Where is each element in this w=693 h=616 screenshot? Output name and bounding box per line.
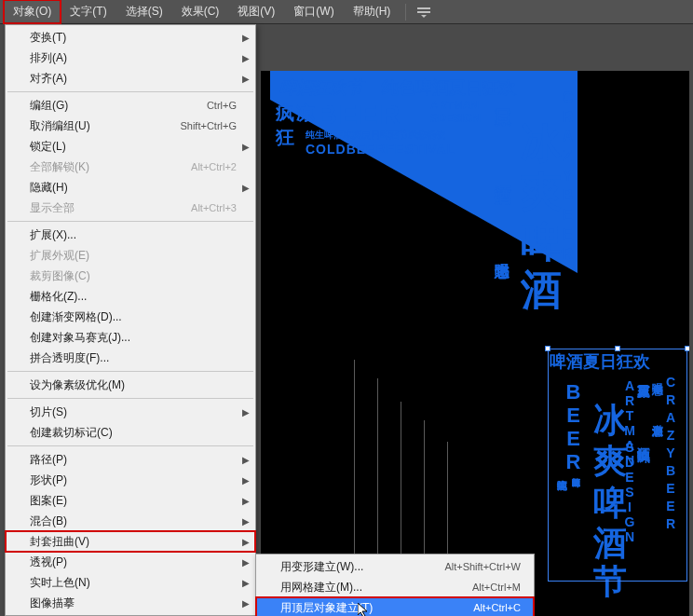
menu-type[interactable]: 文字(T) — [61, 0, 116, 23]
menu-separator — [7, 445, 253, 446]
menu-item-label: 实时上色(N) — [30, 575, 237, 591]
menu-item[interactable]: 图案(E)▶ — [6, 490, 255, 511]
menu-item-label: 设为像素级优化(M) — [30, 377, 237, 393]
menu-item-label: 混合(B) — [30, 513, 237, 529]
menu-shortcut: Alt+Shift+Ctrl+W — [444, 561, 521, 572]
menu-item-label: 透视(P) — [30, 554, 237, 570]
menu-item[interactable]: 栅格化(Z)... — [6, 286, 255, 307]
art-text: 纯生啤酒冰爽夏日啤酒节邀您畅饮 — [306, 129, 445, 142]
selection-box[interactable] — [548, 349, 687, 582]
menu-item: 扩展外观(E) — [6, 245, 255, 266]
menu-item-label: 对齐(A) — [30, 71, 237, 87]
menu-item: 裁剪图像(C) — [6, 266, 255, 286]
menu-item-label: 锁定(L) — [30, 139, 237, 155]
menu-item-label: 全部解锁(K) — [30, 159, 191, 175]
menu-item[interactable]: 扩展(X)... — [6, 225, 255, 245]
guide-line — [377, 378, 378, 583]
submenu-arrow-icon: ▶ — [242, 598, 250, 609]
menu-item: 显示全部Alt+Ctrl+3 — [6, 198, 255, 218]
menu-item-label: 隐藏(H) — [30, 180, 237, 196]
submenu-arrow-icon: ▶ — [242, 578, 250, 588]
menu-item[interactable]: 锁定(L)▶ — [6, 136, 255, 157]
submenu-arrow-icon: ▶ — [242, 455, 250, 465]
menu-separator — [7, 91, 253, 92]
svg-rect-1 — [417, 11, 430, 13]
menu-item-label: 扩展(X)... — [30, 227, 237, 243]
menu-item-label: 扩展外观(E) — [30, 248, 237, 264]
menu-item[interactable]: 设为像素级优化(M) — [6, 375, 255, 395]
menu-item[interactable]: 取消编组(U)Shift+Ctrl+G — [6, 116, 255, 136]
selection-handle[interactable] — [615, 346, 620, 351]
menu-item-label: 拼合透明度(F)... — [30, 350, 237, 366]
menu-item[interactable]: 透视(P)▶ — [6, 552, 255, 572]
submenu-item[interactable]: 用变形建立(W)...Alt+Shift+Ctrl+W — [256, 556, 534, 577]
submenu-arrow-icon: ▶ — [242, 475, 250, 486]
envelope-distort-submenu: 用变形建立(W)...Alt+Shift+Ctrl+W用网格建立(M)...Al… — [255, 554, 535, 616]
menu-help[interactable]: 帮助(H) — [344, 0, 401, 23]
art-text: ARTMAN — [430, 99, 479, 112]
selection-handle[interactable] — [685, 346, 689, 351]
menu-effect[interactable]: 效果(C) — [172, 0, 229, 23]
menubar-separator — [405, 4, 406, 21]
menu-view[interactable]: 视图(V) — [228, 0, 284, 23]
menu-item[interactable]: 实时上色(N)▶ — [6, 572, 255, 593]
menu-item-label: 创建裁切标记(C) — [30, 425, 237, 441]
art-text: SDESIGN — [430, 112, 481, 125]
menu-item[interactable]: 创建对象马赛克(J)... — [6, 327, 255, 348]
menu-separator — [7, 221, 253, 222]
submenu-arrow-icon: ▶ — [242, 183, 250, 193]
menu-shortcut: Alt+Ctrl+M — [472, 582, 521, 593]
menu-item[interactable]: 切片(S)▶ — [6, 402, 255, 422]
menu-item[interactable]: 隐藏(H)▶ — [6, 177, 255, 198]
menu-shortcut: Alt+Ctrl+3 — [191, 202, 237, 213]
menu-separator — [7, 371, 253, 372]
menu-item-label: 图像描摹 — [30, 595, 237, 611]
submenu-arrow-icon: ▶ — [242, 74, 250, 84]
submenu-item[interactable]: 用网格建立(M)...Alt+Ctrl+M — [256, 577, 534, 597]
menu-item-label: 编组(G) — [30, 98, 207, 114]
art-text: BEER — [317, 99, 401, 130]
svg-marker-2 — [421, 15, 427, 18]
collapse-icon — [416, 7, 431, 18]
submenu-arrow-icon: ▶ — [242, 496, 250, 506]
submenu-item-label: 用顶层对象建立(T) — [280, 600, 473, 616]
art-text: 疯 — [276, 101, 294, 126]
menu-item-label: 显示全部 — [30, 200, 191, 216]
menu-item[interactable]: 创建渐变网格(D)... — [6, 307, 255, 327]
menu-item[interactable]: 对齐(A)▶ — [6, 68, 255, 89]
menu-item[interactable]: 形状(P)▶ — [6, 470, 255, 490]
menu-item-label: 取消编组(U) — [30, 118, 180, 134]
selection-handle[interactable] — [545, 346, 550, 351]
object-menu-dropdown: 变换(T)▶排列(A)▶对齐(A)▶编组(G)Ctrl+G取消编组(U)Shif… — [5, 24, 256, 616]
submenu-arrow-icon: ▶ — [242, 557, 250, 568]
menu-select[interactable]: 选择(S) — [116, 0, 172, 23]
menu-item[interactable]: 编组(G)Ctrl+G — [6, 95, 255, 116]
menu-object[interactable]: 对象(O) — [4, 0, 61, 23]
submenu-item[interactable]: 用顶层对象建立(T)Alt+Ctrl+C — [256, 597, 534, 616]
submenu-arrow-icon: ▶ — [242, 516, 250, 527]
svg-rect-0 — [417, 7, 430, 9]
collapse-button[interactable] — [412, 3, 436, 21]
menu-shortcut: Shift+Ctrl+G — [180, 120, 237, 131]
menu-window[interactable]: 窗口(W) — [284, 0, 343, 23]
menu-separator — [7, 398, 253, 399]
menu-item: 全部解锁(K)Alt+Ctrl+2 — [6, 157, 255, 177]
art-text: 狂 — [276, 125, 294, 150]
menu-item[interactable]: 排列(A)▶ — [6, 48, 255, 68]
submenu-arrow-icon: ▶ — [242, 142, 250, 152]
artboard[interactable]: 啤酒狂欢节 纯色啤酒夏日狂欢 BEER ARTMAN SDESIGN 疯 凉 狂… — [261, 71, 689, 616]
menu-item[interactable]: 混合(B)▶ — [6, 511, 255, 531]
menu-item-label: 封套扭曲(V) — [30, 534, 237, 550]
submenu-item-label: 用网格建立(M)... — [280, 580, 472, 595]
art-text: 啤酒狂欢节 — [279, 76, 363, 99]
menu-item[interactable]: 图像描摹▶ — [6, 593, 255, 613]
menu-item[interactable]: 创建裁切标记(C) — [6, 422, 255, 443]
menu-item[interactable]: 拼合透明度(F)... — [6, 348, 255, 368]
menu-item[interactable]: 变换(T)▶ — [6, 27, 255, 48]
menu-item-label: 路径(P) — [30, 452, 237, 468]
menu-item[interactable]: 路径(P)▶ — [6, 449, 255, 470]
menu-item-label: 变换(T) — [30, 30, 237, 46]
menu-item[interactable]: 封套扭曲(V)▶ — [6, 531, 255, 552]
submenu-arrow-icon: ▶ — [242, 53, 250, 63]
art-text: 纯色啤酒夏日狂欢 — [382, 76, 516, 99]
